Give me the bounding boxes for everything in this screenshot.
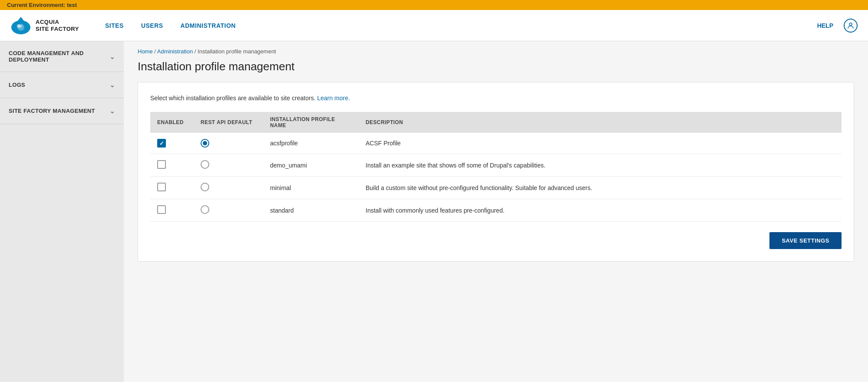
chevron-down-icon: ⌄ [109,53,115,61]
page-title: Installation profile management [124,58,868,82]
sidebar: CODE MANAGEMENT AND DEPLOYMENT ⌄ LOGS ⌄ … [0,41,124,382]
chevron-down-icon: ⌄ [109,81,115,89]
help-link[interactable]: HELP [817,22,833,29]
nav-users[interactable]: USERS [141,20,163,31]
logo-line2: SITE FACTORY [36,26,79,33]
checkbox-enabled-3[interactable] [157,205,166,214]
user-icon[interactable] [844,19,858,33]
profile-name-3: standard [263,199,359,222]
chevron-down-icon: ⌄ [109,107,115,115]
content-panel: Select which installation profiles are a… [138,82,854,262]
save-row: SAVE SETTINGS [150,232,842,249]
logo-line1: ACQUIA [36,19,79,26]
layout: CODE MANAGEMENT AND DEPLOYMENT ⌄ LOGS ⌄ … [0,41,868,382]
profile-name-2: minimal [263,177,359,199]
profile-desc-2: Build a custom site without pre-configur… [359,177,842,199]
learn-more-link[interactable]: Learn more. [317,95,350,102]
radio-rest-1[interactable] [201,160,209,169]
profiles-table: ENABLED REST API DEFAULT INSTALLATION PR… [150,112,842,222]
table-row: acsfprofileACSF Profile [150,133,842,154]
col-header-enabled: ENABLED [150,112,194,133]
checkbox-enabled-2[interactable] [157,183,166,191]
sidebar-item-code-management[interactable]: CODE MANAGEMENT AND DEPLOYMENT ⌄ [0,41,124,72]
radio-rest-3[interactable] [201,205,209,214]
sidebar-item-logs[interactable]: LOGS ⌄ [0,72,124,98]
radio-rest-0[interactable] [201,139,209,148]
col-header-rest: REST API DEFAULT [194,112,263,133]
environment-bar: Current Environment: test [0,0,868,10]
checkbox-enabled-0[interactable] [157,139,166,148]
intro-text: Select which installation profiles are a… [150,95,316,102]
profile-desc-3: Install with commonly used features pre-… [359,199,842,222]
save-settings-button[interactable]: SAVE SETTINGS [769,232,842,249]
table-row: demo_umamiInstall an example site that s… [150,154,842,177]
main-content: Home / Administration / Installation pro… [124,41,868,382]
checkbox-enabled-1[interactable] [157,160,166,169]
nav-sites[interactable]: SITES [105,20,124,31]
logo-icon [10,15,31,36]
sidebar-item-logs-label: LOGS [9,82,25,88]
header: ACQUIA SITE FACTORY SITES USERS ADMINIST… [0,10,868,41]
col-header-name: INSTALLATION PROFILE NAME [263,112,359,133]
nav-administration[interactable]: ADMINISTRATION [181,20,236,31]
profile-name-0: acsfprofile [263,133,359,154]
profile-desc-1: Install an example site that shows off s… [359,154,842,177]
breadcrumb-admin[interactable]: Administration [157,48,193,55]
sidebar-item-code-management-label: CODE MANAGEMENT AND DEPLOYMENT [9,50,109,63]
table-row: minimalBuild a custom site without pre-c… [150,177,842,199]
table-row: standardInstall with commonly used featu… [150,199,842,222]
profile-desc-0: ACSF Profile [359,133,842,154]
profile-name-1: demo_umami [263,154,359,177]
svg-point-3 [849,23,852,26]
panel-intro: Select which installation profiles are a… [150,95,842,102]
main-nav: SITES USERS ADMINISTRATION [105,20,817,31]
table-header-row: ENABLED REST API DEFAULT INSTALLATION PR… [150,112,842,133]
breadcrumb: Home / Administration / Installation pro… [124,41,868,58]
col-header-desc: DESCRIPTION [359,112,842,133]
sidebar-item-site-factory-management-label: SITE FACTORY MANAGEMENT [9,108,95,114]
breadcrumb-home[interactable]: Home [138,48,153,55]
logo-area: ACQUIA SITE FACTORY [10,15,79,36]
breadcrumb-current: Installation profile management [198,48,276,55]
header-right: HELP [817,19,858,33]
sidebar-item-site-factory-management[interactable]: SITE FACTORY MANAGEMENT ⌄ [0,98,124,124]
radio-rest-2[interactable] [201,183,209,191]
environment-text: Current Environment: test [7,2,77,8]
